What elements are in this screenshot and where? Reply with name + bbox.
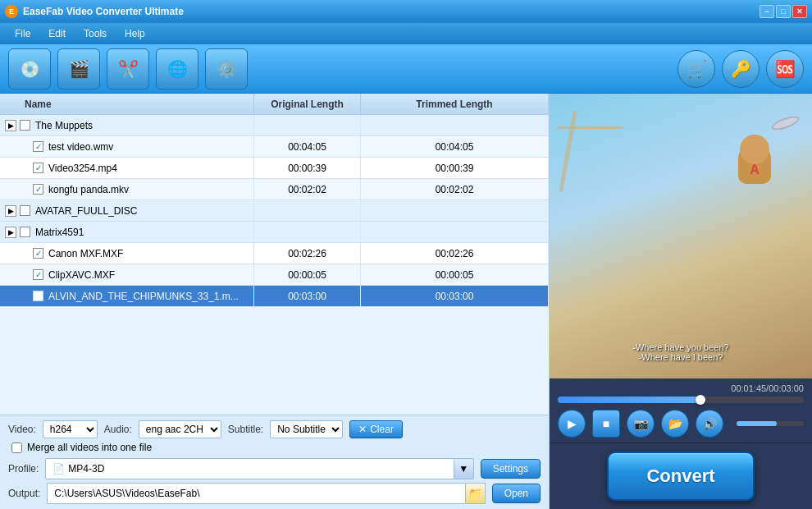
- col-header-original: Original Length: [254, 94, 361, 114]
- toolbar: 💿 🎬 ✂️ 🌐 ⚙️ 🛒 🔑 🆘: [0, 44, 812, 94]
- row-name-cell: ClipXAVC.MXF: [0, 264, 254, 285]
- close-button[interactable]: ✕: [792, 5, 807, 18]
- clear-icon: ✕: [358, 424, 367, 435]
- row-checkbox[interactable]: [20, 120, 30, 131]
- open-folder-button[interactable]: 📂: [661, 410, 689, 438]
- row-name-cell: Video3254.mp4: [0, 158, 254, 178]
- table-row[interactable]: Canon MXF.MXF 00:02:26 00:02:26: [0, 243, 549, 264]
- row-checkbox[interactable]: [33, 291, 43, 301]
- bottom-controls: Video: h264 h265 mpeg4 Audio: eng aac 2C…: [0, 415, 549, 509]
- play-button[interactable]: ▶: [558, 410, 586, 438]
- subtitle-dropdown[interactable]: No Subtitle English: [270, 420, 343, 438]
- menu-file[interactable]: File: [7, 25, 39, 42]
- clear-button[interactable]: ✕ Clear: [349, 420, 403, 438]
- convert-button[interactable]: Convert: [607, 452, 755, 501]
- add-video-icon: 🎬: [69, 59, 89, 79]
- register-button[interactable]: 🔑: [722, 50, 760, 88]
- table-row[interactable]: ClipXAVC.MXF 00:00:05 00:00:05: [0, 264, 549, 286]
- profile-row: Profile: 📄 MP4-3D ▼ Settings: [8, 458, 541, 479]
- help-button[interactable]: 🆘: [766, 50, 804, 88]
- output-path-field[interactable]: C:\Users\ASUS\Videos\EaseFab\: [47, 483, 465, 504]
- table-row[interactable]: ▶ Matrix4591: [0, 222, 549, 243]
- expand-icon[interactable]: ▶: [5, 120, 16, 131]
- expand-icon[interactable]: ▶: [5, 205, 16, 217]
- row-checkbox[interactable]: [33, 269, 43, 280]
- playback-controls: ▶ ■ 📷 📂 🔊: [558, 410, 804, 438]
- row-name-cell: ▶ The Muppets: [0, 115, 254, 135]
- profile-dropdown-arrow[interactable]: ▼: [454, 458, 474, 479]
- table-row[interactable]: kongfu panda.mkv 00:02:02 00:02:02: [0, 179, 549, 200]
- titlebar-left: E EaseFab Video Converter Ultimate: [5, 5, 184, 18]
- maximize-button[interactable]: □: [776, 5, 791, 18]
- profile-input[interactable]: 📄 MP4-3D: [45, 458, 454, 479]
- progress-fill: [558, 397, 700, 403]
- expand-icon[interactable]: ▶: [5, 227, 16, 238]
- video-controls: 00:01:45/00:03:00 ▶ ■ 📷 📂 🔊: [550, 378, 812, 443]
- table-row[interactable]: ALVIN_AND_THE_CHIPMUNKS_33_1.m... 00:03:…: [0, 286, 549, 307]
- table-row[interactable]: Video3254.mp4 00:00:39 00:00:39: [0, 158, 549, 179]
- output-row: Output: C:\Users\ASUS\Videos\EaseFab\ 📁 …: [8, 483, 541, 504]
- row-name-cell: kongfu panda.mkv: [0, 179, 254, 199]
- shop-button[interactable]: 🛒: [677, 50, 715, 88]
- volume-slider[interactable]: [737, 421, 804, 426]
- time-display: 00:01:45/00:03:00: [558, 383, 804, 393]
- settings-toolbar-button[interactable]: ⚙️: [205, 48, 248, 89]
- add-video-button[interactable]: 🎬: [57, 48, 100, 89]
- progress-bar[interactable]: [558, 397, 804, 403]
- bluray-button[interactable]: 🌐: [156, 48, 198, 89]
- row-checkbox[interactable]: [20, 205, 30, 216]
- row-checkbox[interactable]: [33, 163, 43, 173]
- merge-label[interactable]: Merge all videos into one file: [27, 442, 152, 453]
- file-list: ▶ The Muppets test video.wmv 00:04:05 00…: [0, 115, 549, 415]
- stop-button[interactable]: ■: [592, 410, 620, 438]
- progress-thumb[interactable]: [696, 395, 705, 405]
- menu-edit[interactable]: Edit: [40, 25, 74, 42]
- menubar: File Edit Tools Help: [0, 23, 812, 44]
- row-checkbox[interactable]: [33, 141, 43, 152]
- table-row[interactable]: test video.wmv 00:04:05 00:04:05: [0, 136, 549, 158]
- menu-tools[interactable]: Tools: [75, 25, 115, 42]
- minimize-button[interactable]: −: [760, 5, 774, 18]
- col-header-trimmed: Trimmed Length: [361, 94, 549, 114]
- browse-folder-button[interactable]: 📁: [466, 483, 486, 504]
- video-dropdown[interactable]: h264 h265 mpeg4: [43, 420, 98, 438]
- settings-button[interactable]: Settings: [481, 459, 541, 479]
- subtitle-label: Subtitle:: [228, 424, 263, 435]
- volume-button[interactable]: 🔊: [696, 410, 723, 438]
- trim-button[interactable]: ✂️: [107, 48, 149, 89]
- merge-row: Merge all videos into one file: [8, 442, 541, 453]
- video-label: Video:: [8, 424, 36, 435]
- profile-icon: 📄: [52, 463, 65, 475]
- gear-icon: ⚙️: [217, 59, 237, 79]
- open-button[interactable]: Open: [492, 484, 541, 503]
- table-row[interactable]: ▶ AVATAR_FUULL_DISC: [0, 200, 549, 222]
- output-label: Output:: [8, 488, 40, 499]
- toolbar-right: 🛒 🔑 🆘: [677, 50, 804, 88]
- row-name-cell: ▶ AVATAR_FUULL_DISC: [0, 200, 254, 221]
- video-frame: A -Where have you been? -Where have I be…: [550, 94, 812, 378]
- titlebar-controls[interactable]: − □ ✕: [760, 5, 807, 18]
- row-name-cell: ALVIN_AND_THE_CHIPMUNKS_33_1.m...: [0, 286, 254, 306]
- table-header: Name Original Length Trimmed Length: [0, 94, 549, 115]
- file-panel: Name Original Length Trimmed Length ▶ Th…: [0, 94, 550, 509]
- menu-help[interactable]: Help: [116, 25, 153, 42]
- table-row[interactable]: ▶ The Muppets: [0, 115, 549, 136]
- row-checkbox[interactable]: [33, 184, 43, 195]
- col-header-name: Name: [0, 94, 254, 114]
- audio-label: Audio:: [104, 424, 132, 435]
- output-path-text: C:\Users\ASUS\Videos\EaseFab\: [54, 488, 199, 499]
- profile-value: MP4-3D: [68, 463, 104, 475]
- row-checkbox[interactable]: [20, 227, 30, 237]
- snapshot-button[interactable]: 📷: [627, 410, 655, 438]
- row-name-cell: Canon MXF.MXF: [0, 243, 254, 264]
- row-name-cell: test video.wmv: [0, 136, 254, 157]
- row-checkbox[interactable]: [33, 248, 43, 259]
- video-preview: A -Where have you been? -Where have I be…: [550, 94, 812, 378]
- audio-dropdown[interactable]: eng aac 2CH eng ac3 5.1: [139, 420, 221, 438]
- bluray-icon: 🌐: [167, 59, 188, 79]
- merge-checkbox[interactable]: [11, 443, 22, 453]
- profile-label: Profile:: [8, 463, 39, 475]
- convert-area: Convert: [550, 443, 812, 509]
- media-controls-row: Video: h264 h265 mpeg4 Audio: eng aac 2C…: [8, 420, 541, 438]
- add-dvd-button[interactable]: 💿: [8, 48, 51, 89]
